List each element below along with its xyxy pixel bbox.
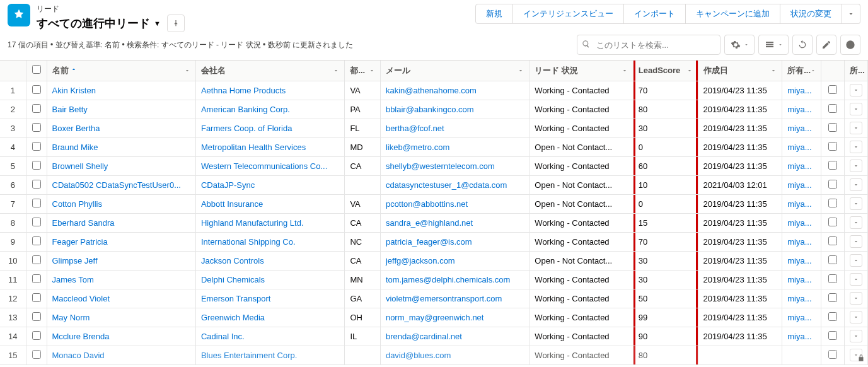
row-actions-button[interactable] [850,273,862,286]
row-actions-button[interactable] [850,84,862,96]
row-actions-button[interactable] [850,235,862,248]
owner-link[interactable]: miya... [787,143,811,152]
col-company[interactable]: 会社名 [195,61,344,81]
row-actions-button[interactable] [850,103,862,115]
lead-name-link[interactable]: Brownell Shelly [52,161,108,171]
chevron-down-icon[interactable] [184,67,190,74]
email-link[interactable]: tom.james@delphi.chemicals.com [386,275,510,284]
company-link[interactable]: Abbott Insurance [201,199,263,209]
new-button[interactable]: 新規 [475,4,513,24]
company-link[interactable]: Farmers Coop. of Florida [201,124,292,133]
lead-name-link[interactable]: Cotton Phyllis [52,199,102,209]
pin-button[interactable] [167,15,185,32]
col-email[interactable]: メール [380,61,529,81]
col-created[interactable]: 作成日 [698,61,782,81]
email-link[interactable]: david@blues.com [386,351,451,360]
trail-checkbox[interactable] [828,274,837,283]
row-checkbox[interactable] [32,255,41,264]
lead-name-link[interactable]: Maccleod Violet [52,294,110,303]
email-link[interactable]: brenda@cardinal.net [386,332,462,341]
owner-link[interactable]: miya... [787,237,811,247]
email-link[interactable]: norm_may@greenwich.net [386,313,484,322]
owner-link[interactable]: miya... [787,294,811,303]
edit-button[interactable] [816,35,836,55]
email-link[interactable]: bblair@abankingco.com [386,105,474,114]
company-link[interactable]: International Shipping Co. [201,237,296,247]
row-checkbox[interactable] [32,123,41,132]
owner-link[interactable]: miya... [787,124,811,133]
trail-checkbox[interactable] [828,85,837,94]
lead-name-link[interactable]: Feager Patricia [52,237,108,247]
chevron-down-icon[interactable] [518,67,524,74]
chevron-down-icon[interactable] [622,67,628,74]
trail-checkbox[interactable] [828,104,837,113]
owner-link[interactable]: miya... [787,275,811,284]
row-checkbox[interactable] [32,199,41,207]
email-link[interactable]: violetm@emersontransport.com [386,294,502,303]
row-checkbox[interactable] [32,293,41,302]
row-actions-button[interactable] [850,311,862,323]
list-view-title[interactable]: すべての進行中リード [37,16,150,31]
col-trail2[interactable]: 所... [844,61,867,81]
more-actions-button[interactable] [842,4,860,24]
trail-checkbox[interactable] [828,236,837,245]
row-actions-button[interactable] [850,160,862,172]
company-link[interactable]: Emerson Transport [201,294,271,303]
row-actions-button[interactable] [850,216,862,229]
owner-link[interactable]: miya... [787,313,811,322]
row-checkbox[interactable] [32,85,41,94]
row-checkbox[interactable] [32,236,41,245]
owner-link[interactable]: miya... [787,199,811,209]
company-link[interactable]: American Banking Corp. [201,105,290,114]
trail-checkbox[interactable] [828,180,837,189]
row-actions-button[interactable] [850,292,862,305]
owner-link[interactable]: miya... [787,161,811,171]
add-to-campaign-button[interactable]: キャンペーンに追加 [686,4,780,24]
email-link[interactable]: sandra_e@highland.net [386,218,473,228]
company-link[interactable]: Metropolitan Health Services [201,143,306,152]
trail-checkbox[interactable] [828,331,837,340]
trail-checkbox[interactable] [828,199,837,207]
import-button[interactable]: インポート [624,4,686,24]
refresh-button[interactable] [792,35,813,55]
owner-link[interactable]: miya... [787,105,811,114]
lead-name-link[interactable]: Monaco David [52,351,105,360]
trail-checkbox[interactable] [828,312,837,321]
company-link[interactable]: Delphi Chemicals [201,275,265,284]
chevron-down-icon[interactable] [369,67,375,74]
company-link[interactable]: Jackson Controls [201,256,264,265]
email-link[interactable]: bertha@fcof.net [386,124,444,133]
lead-name-link[interactable]: Mcclure Brenda [52,332,110,341]
chevron-down-icon[interactable] [811,67,816,74]
row-actions-button[interactable] [850,197,862,210]
owner-link[interactable]: miya... [787,180,811,190]
col-state[interactable]: 都... [345,61,381,81]
company-link[interactable]: Highland Manufacturing Ltd. [201,218,304,228]
email-link[interactable]: shellyb@westerntelecom.com [386,161,495,171]
company-link[interactable]: Greenwich Media [201,313,265,322]
lead-name-link[interactable]: Akin Kristen [52,86,96,95]
lead-name-link[interactable]: CData0502 CDataSyncTestUser0... [52,180,181,190]
row-actions-button[interactable] [850,254,862,267]
list-settings-button[interactable] [724,35,755,55]
lead-name-link[interactable]: Bair Betty [52,105,88,114]
trail-checkbox[interactable] [828,293,837,302]
trail-checkbox[interactable] [828,255,837,264]
company-link[interactable]: Blues Entertainment Corp. [201,351,297,360]
col-leadscore[interactable]: LeadScore [633,61,698,81]
email-link[interactable]: jeffg@jackson.com [386,256,455,265]
company-link[interactable]: CDataJP-Sync [201,180,255,190]
display-as-button[interactable] [758,35,789,55]
row-checkbox[interactable] [32,104,41,113]
chart-button[interactable] [840,35,860,55]
row-checkbox[interactable] [32,142,41,151]
search-input[interactable] [577,35,720,55]
owner-link[interactable]: miya... [787,86,811,95]
email-link[interactable]: likeb@metro.com [386,143,449,152]
select-all-checkbox[interactable] [32,65,41,74]
col-status[interactable]: リード 状況 [529,61,633,81]
lead-name-link[interactable]: Glimpse Jeff [52,256,98,265]
trail-checkbox[interactable] [828,161,837,170]
chevron-down-icon[interactable] [686,67,693,74]
row-checkbox[interactable] [32,331,41,340]
